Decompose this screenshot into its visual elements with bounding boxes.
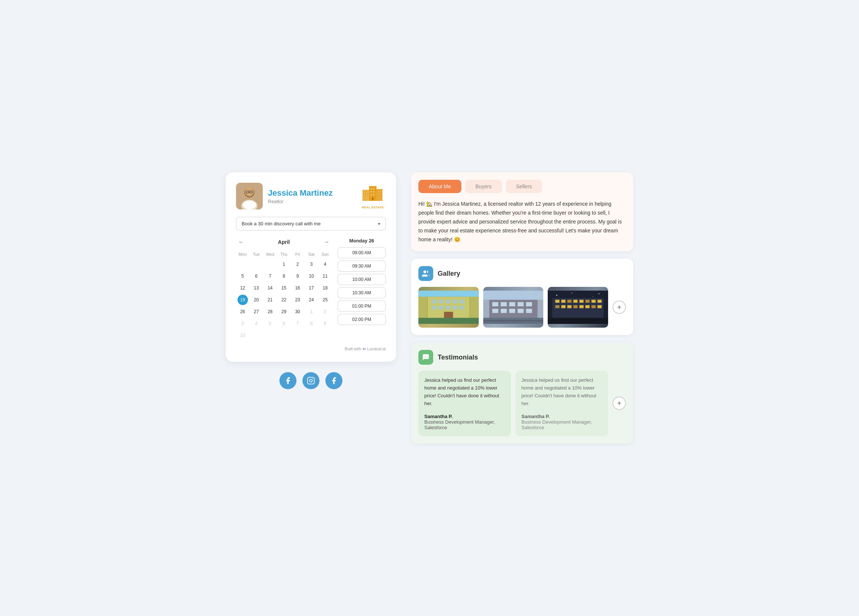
logo-text: REAL ESTATE bbox=[360, 206, 386, 209]
cal-day-next-10[interactable]: 10 bbox=[237, 330, 248, 341]
tab-sellers[interactable]: Sellers bbox=[506, 180, 542, 193]
cal-day-20[interactable]: 20 bbox=[251, 295, 262, 305]
cal-header-tue: Tue bbox=[250, 250, 263, 258]
svg-rect-78 bbox=[567, 305, 572, 308]
svg-rect-22 bbox=[378, 191, 379, 192]
cal-day-25[interactable]: 25 bbox=[320, 295, 330, 305]
cal-day-next-8[interactable]: 8 bbox=[306, 318, 317, 329]
cal-day-30[interactable]: 30 bbox=[292, 306, 303, 317]
cal-header-mon: Mon bbox=[236, 250, 249, 258]
cal-day-27[interactable]: 27 bbox=[251, 306, 262, 317]
cal-day-21[interactable]: 21 bbox=[265, 295, 275, 305]
cal-day-next-4[interactable]: 4 bbox=[251, 318, 262, 329]
cal-header-thu: Thu bbox=[277, 250, 290, 258]
cal-day-5[interactable]: 5 bbox=[237, 271, 248, 281]
cal-day-11[interactable]: 11 bbox=[320, 271, 330, 281]
cal-day-13[interactable]: 13 bbox=[251, 283, 262, 293]
calendar-prev-button[interactable]: ← bbox=[236, 238, 247, 246]
chevron-down-icon: ▾ bbox=[378, 221, 380, 227]
timeslot-1030[interactable]: 10:30 AM bbox=[337, 287, 386, 299]
profile-name: Jessica Martinez bbox=[268, 188, 333, 198]
facebook-button-1[interactable] bbox=[280, 372, 297, 389]
cal-day-9[interactable]: 9 bbox=[292, 271, 303, 281]
svg-rect-79 bbox=[573, 305, 577, 308]
cal-day-6[interactable]: 6 bbox=[251, 271, 262, 281]
cal-day-4[interactable]: 4 bbox=[320, 259, 330, 269]
svg-rect-39 bbox=[439, 306, 443, 310]
instagram-icon bbox=[307, 377, 315, 385]
calendar-next-button[interactable]: → bbox=[321, 238, 332, 246]
svg-rect-25 bbox=[380, 193, 381, 195]
instagram-button[interactable] bbox=[302, 372, 319, 389]
svg-point-7 bbox=[243, 200, 256, 210]
testimonial-author-name-1: Samantha P. bbox=[424, 414, 505, 419]
cal-day-next-5[interactable]: 5 bbox=[265, 318, 275, 329]
cal-day-16[interactable]: 16 bbox=[292, 283, 303, 293]
cal-day-17[interactable]: 17 bbox=[306, 283, 317, 293]
cal-day-next-7[interactable]: 7 bbox=[292, 318, 303, 329]
cal-day-next-6[interactable]: 6 bbox=[279, 318, 289, 329]
booking-card: Jessica Martinez Realtor bbox=[226, 172, 396, 362]
facebook-button-2[interactable] bbox=[325, 372, 342, 389]
cal-day-23[interactable]: 23 bbox=[292, 295, 303, 305]
svg-rect-15 bbox=[373, 188, 375, 190]
gallery-add-button[interactable]: + bbox=[612, 300, 626, 314]
cal-day-next-3[interactable]: 3 bbox=[237, 318, 248, 329]
timeslot-1400[interactable]: 02:00 PM bbox=[337, 314, 386, 325]
calendar-header: ← April → bbox=[236, 238, 332, 246]
calendar-month-label: April bbox=[278, 239, 290, 245]
cal-day-12[interactable]: 12 bbox=[237, 283, 248, 293]
svg-rect-11 bbox=[364, 194, 365, 195]
gallery-title: Gallery bbox=[438, 270, 460, 278]
cal-day-28[interactable]: 28 bbox=[265, 306, 275, 317]
calendar-grid: Mon Tue Wed Thu Fri Sat Sun 1 2 3 bbox=[236, 250, 332, 341]
cal-day-22[interactable]: 22 bbox=[279, 295, 289, 305]
cal-day-15[interactable]: 15 bbox=[279, 283, 289, 293]
svg-rect-36 bbox=[453, 300, 457, 303]
svg-point-65 bbox=[593, 297, 593, 297]
cal-day-8[interactable]: 8 bbox=[279, 271, 289, 281]
cal-day-1[interactable]: 1 bbox=[279, 259, 289, 269]
cal-day-next-2[interactable]: 2 bbox=[320, 306, 330, 317]
timeslot-1000[interactable]: 10:00 AM bbox=[337, 274, 386, 285]
social-row bbox=[226, 372, 396, 389]
testimonials-add-button[interactable]: + bbox=[612, 397, 626, 410]
gallery-images-row: + bbox=[419, 287, 626, 328]
timeslot-1300[interactable]: 01:00 PM bbox=[337, 300, 386, 312]
facebook-icon-1 bbox=[284, 377, 292, 385]
testimonial-author-1: Samantha P. Business Development Manager… bbox=[424, 414, 505, 430]
profile-role: Realtor bbox=[268, 199, 333, 204]
cal-day-24[interactable]: 24 bbox=[306, 295, 317, 305]
timeslot-0900[interactable]: 09:00 AM bbox=[337, 247, 386, 258]
tab-about-me[interactable]: About Me bbox=[419, 180, 461, 193]
svg-rect-41 bbox=[453, 306, 457, 310]
cal-day-7[interactable]: 7 bbox=[265, 271, 275, 281]
cal-day-29[interactable]: 29 bbox=[279, 306, 289, 317]
svg-rect-55 bbox=[509, 309, 515, 313]
svg-point-64 bbox=[572, 293, 572, 294]
svg-rect-82 bbox=[592, 305, 595, 308]
tab-buyers[interactable]: Buyers bbox=[465, 180, 502, 193]
svg-rect-19 bbox=[373, 194, 375, 196]
cal-day-14[interactable]: 14 bbox=[265, 283, 275, 293]
svg-rect-53 bbox=[492, 309, 498, 313]
cal-day-19-today[interactable]: 19 bbox=[237, 295, 248, 305]
svg-rect-51 bbox=[517, 302, 523, 306]
svg-rect-45 bbox=[419, 318, 479, 324]
cal-day-3[interactable]: 3 bbox=[306, 259, 317, 269]
cal-day-18[interactable]: 18 bbox=[320, 283, 330, 293]
cal-day-10[interactable]: 10 bbox=[306, 271, 317, 281]
svg-rect-80 bbox=[579, 305, 584, 308]
cal-day-next-1[interactable]: 1 bbox=[306, 306, 317, 317]
gallery-header: Gallery bbox=[419, 266, 626, 281]
gallery-building-3 bbox=[548, 287, 608, 328]
cal-header-sat: Sat bbox=[305, 250, 318, 258]
svg-rect-24 bbox=[378, 193, 379, 195]
testimonials-header: Testimonials bbox=[419, 350, 626, 365]
cal-header-sun: Sun bbox=[319, 250, 332, 258]
cal-day-26[interactable]: 26 bbox=[237, 306, 248, 317]
timeslot-0930[interactable]: 09:30 AM bbox=[337, 261, 386, 272]
cal-day-next-9[interactable]: 9 bbox=[320, 318, 330, 329]
cal-day-2[interactable]: 2 bbox=[292, 259, 303, 269]
booking-button[interactable]: Book a 30 min discovery call with me ▾ bbox=[236, 217, 386, 231]
